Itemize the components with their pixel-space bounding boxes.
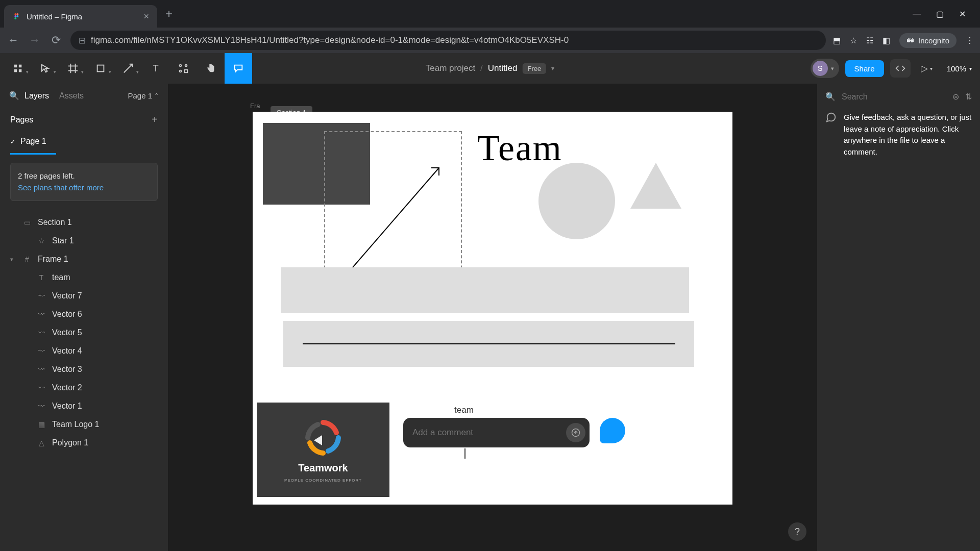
expand-icon[interactable]: ▾ [10,256,16,263]
horizontal-line-vector[interactable] [303,343,675,344]
page-selector[interactable]: Page 1 ⌃ [128,91,159,100]
layer-item[interactable]: △Polygon 1 [0,434,168,452]
layers-tab[interactable]: 🔍 Layers [9,91,49,101]
svg-point-3 [16,13,18,15]
comment-input[interactable] [412,428,561,438]
frame-1[interactable]: Team Teamwork PEOPLE COORDINATED EFFORT [253,112,732,505]
page-progress-bar [10,153,56,155]
team-handwriting-text[interactable]: Team [477,127,562,169]
vector-icon: 〰 [37,310,46,319]
grey-band-1[interactable] [281,267,689,313]
layer-item[interactable]: 〰Vector 2 [0,379,168,397]
team-text-label[interactable]: team [454,405,474,415]
forward-button[interactable]: → [28,34,42,47]
svg-rect-13 [97,65,104,72]
layer-item[interactable]: 〰Vector 7 [0,287,168,305]
svg-rect-8 [19,69,22,72]
layer-item[interactable]: 〰Vector 6 [0,305,168,323]
section-icon: ▭ [22,218,32,227]
help-button[interactable]: ? [788,522,806,541]
comment-bubble-icon [825,112,837,158]
svg-point-2 [14,17,16,19]
comment-search-input[interactable] [842,92,946,102]
browser-tab[interactable]: Untitled – Figma × [4,5,157,28]
incognito-badge[interactable]: 🕶 Incognito [899,33,957,48]
new-tab-button[interactable]: + [165,7,173,21]
move-tool[interactable]: ▾ [32,53,59,84]
star-icon: ☆ [37,236,46,245]
close-window-button[interactable]: ✕ [959,9,966,19]
frame-tool[interactable]: ▾ [59,53,87,84]
assets-tab[interactable]: Assets [59,91,84,101]
file-name[interactable]: Untitled [488,63,518,73]
team-logo-image[interactable]: Teamwork PEOPLE COORDINATED EFFORT [257,403,389,497]
user-avatar-menu[interactable]: S ▾ [811,59,839,78]
maximize-button[interactable]: ▢ [936,9,944,19]
layer-item[interactable]: 〰Vector 4 [0,342,168,360]
dev-mode-button[interactable] [890,59,911,78]
layer-item[interactable]: ▦Team Logo 1 [0,415,168,434]
arrow-vector[interactable] [337,163,449,285]
filter-icon[interactable]: ⇅ [965,92,972,102]
comment-input-box[interactable] [403,418,590,447]
plan-badge[interactable]: Free [522,63,546,74]
layer-item[interactable]: ▾#Frame 1 [0,250,168,268]
pen-tool[interactable]: ▾ [114,53,142,84]
frame-label[interactable]: Fra [250,102,260,110]
upsell-link[interactable]: See plans that offer more [18,182,150,194]
svg-rect-18 [185,70,188,73]
browser-menu-icon[interactable]: ⋮ [966,36,974,45]
search-icon[interactable]: 🔍 [825,92,836,102]
share-button[interactable]: Share [845,60,884,77]
layer-label: Vector 2 [52,383,82,392]
canvas[interactable]: Fra Section 1 Team [168,84,817,551]
layer-item[interactable]: 〰Vector 5 [0,323,168,342]
vector-icon: 〰 [37,383,46,392]
back-button[interactable]: ← [6,34,20,47]
layer-item[interactable]: ▭Section 1 [0,213,168,232]
browser-nav-bar: ← → ⟳ ⊟ figma.com/file/nMSTY1OKvvXSMLY18… [0,28,980,53]
side-panel-icon[interactable]: ◧ [883,36,890,45]
text-tool[interactable]: T [142,53,169,84]
hand-tool[interactable] [197,53,225,84]
resources-tool[interactable] [169,53,197,84]
comment-pin-icon[interactable] [600,418,625,443]
layer-label: Polygon 1 [52,438,88,447]
layer-item[interactable]: 〰Vector 1 [0,397,168,415]
reading-list-icon[interactable]: ☷ [866,36,873,45]
layer-item[interactable]: 〰Vector 3 [0,360,168,379]
svg-point-16 [185,65,187,67]
team-name[interactable]: Team project [426,63,475,73]
minimize-button[interactable]: — [913,9,921,19]
ellipse-shape[interactable] [538,163,615,239]
comment-tool[interactable] [225,53,252,84]
zoom-control[interactable]: 100%▾ [943,64,976,73]
chevron-down-icon: ▾ [831,65,834,72]
svg-rect-5 [14,65,17,68]
tab-close-icon[interactable]: × [143,11,149,22]
svg-point-17 [180,70,182,72]
layer-item[interactable]: Tteam [0,268,168,287]
pages-heading: Pages [10,115,33,124]
comment-submit-button[interactable] [566,423,585,442]
polygon-shape[interactable] [630,163,681,209]
file-menu-caret[interactable]: ▾ [551,65,554,72]
url-bar[interactable]: ⊟ figma.com/file/nMSTY1OKvvXSMLY18HsH41/… [70,31,826,50]
settings-icon[interactable]: ⊜ [952,92,959,102]
svg-rect-7 [14,69,17,72]
main-menu-button[interactable]: ▾ [4,53,32,84]
add-page-button[interactable]: + [152,114,158,126]
reload-button[interactable]: ⟳ [49,34,63,47]
grey-band-2[interactable] [283,321,694,367]
shape-tool[interactable]: ▾ [87,53,114,84]
search-icon[interactable]: 🔍 [9,91,19,101]
layer-item[interactable]: ☆Star 1 [0,232,168,250]
svg-point-1 [14,15,16,17]
page-item[interactable]: ✓ Page 1 [0,132,168,151]
site-info-icon[interactable]: ⊟ [79,35,86,46]
install-app-icon[interactable]: ⬒ [833,36,841,45]
url-text: figma.com/file/nMSTY1OKvvXSMLY18HsH41/Un… [91,35,569,45]
bookmark-icon[interactable]: ☆ [850,36,857,45]
svg-text:T: T [153,63,159,73]
present-button[interactable]: ▷▾ [917,63,937,74]
